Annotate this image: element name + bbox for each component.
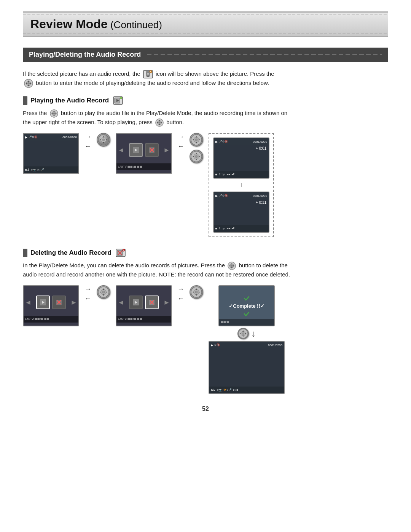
screen-bottom-bar-final: ▦🏞 ⊙📷 🔆:🎤 ▶:▦: [209, 387, 284, 393]
delete-flow: ▦▦:▦ ✓Complete !!✓: [209, 285, 285, 394]
svg-point-15: [28, 83, 30, 85]
arrow-del-1: → ←: [84, 285, 91, 303]
svg-point-73: [231, 265, 233, 267]
dashed-connector: [241, 183, 242, 187]
arrow-del-2: → ←: [177, 285, 184, 303]
nav-button-2a[interactable]: [190, 133, 203, 147]
svg-point-104: [242, 333, 244, 335]
nav-button-del-1[interactable]: [97, 285, 110, 299]
subsection-bar: [23, 96, 27, 105]
screen-top-bar-p2: ▶ 🎤⊙🔇 0001/0200: [214, 192, 269, 199]
nav-button-icon-delete: [228, 262, 236, 270]
screen-top-bar-final: ▶ ⊙🔇 0001/0200: [209, 342, 284, 348]
page-title: Review Mode (Continued): [30, 17, 381, 31]
playing-body-text: Press the button to play the audio file …: [23, 109, 388, 127]
screen-content-1: [24, 141, 78, 166]
screen-top-bar-p1: ▶ 🎤⊙🔇 0001/0200: [214, 138, 269, 145]
svg-point-60: [195, 155, 198, 158]
screen-complete: ▦▦:▦ ✓Complete !!✓: [218, 285, 275, 326]
svg-point-41: [102, 139, 105, 141]
deleting-body-text: In the Play/Delete Mode, you can delete …: [23, 261, 388, 279]
playing-subsection-header: Playing the Audio Record: [23, 96, 388, 105]
down-arrow-section: ↓: [237, 328, 256, 339]
screen-delete-1: ◄: [23, 285, 79, 326]
page: Review Mode (Continued) Playing/Deleting…: [0, 0, 411, 532]
playing-diagram: ▶ 🎤⊙🔇 0001/0200 ▦🏞 ⊙📷 ▶:🎤 → ←: [23, 133, 388, 237]
delete-audio-icon: [116, 249, 126, 257]
section-header: Playing/Deleting the Audio Record: [23, 48, 388, 62]
screen-playing-2: ▶ 🎤⊙🔇 0001/0200 + 0:31 ■:Stop ◄◄:◄E: [213, 192, 269, 233]
nav-button-1[interactable]: [97, 133, 110, 147]
svg-point-2: [147, 73, 149, 75]
playing-screens-dashed: ▶ 🎤⊙🔇 0001/0200 + 0:01 ■:Stop ◄◄:◄E ▶ 🎤⊙…: [209, 133, 274, 237]
screen-top-bar-1: ▶ 🎤⊙🔇 0001/0200: [24, 134, 78, 141]
nav-button-2b[interactable]: [190, 150, 203, 163]
intro-paragraph: If the selected picture has an audio rec…: [23, 69, 388, 88]
arrow-1: → ←: [84, 133, 91, 150]
nav-buttons-group: [190, 133, 203, 163]
svg-point-97: [195, 291, 198, 293]
screen-menu-view: ◄: [116, 133, 172, 174]
audio-record-icon: [143, 70, 153, 78]
down-arrow: ↓: [251, 328, 256, 339]
svg-point-27: [53, 113, 55, 115]
page-number: 52: [23, 406, 388, 412]
screen-bottom-bar-p1: ■:Stop ◄◄:◄E: [214, 171, 269, 178]
nav-button-icon-play: [50, 109, 58, 118]
subsection-bar-2: [23, 249, 27, 257]
screen-normal-view: ▶ 🎤⊙🔇 0001/0200 ▦🏞 ⊙📷 ▶:🎤: [23, 133, 79, 174]
arrow-2: → ←: [177, 133, 184, 150]
screen-final: ▶ ⊙🔇 0001/0200 ▦🏞 ⊙📷 🔆:🎤 ▶:▦: [209, 341, 285, 394]
nav-button-icon-intro: [24, 79, 33, 88]
svg-point-85: [102, 291, 105, 293]
screen-delete-2: ◄: [116, 285, 172, 326]
deleting-subsection-header: Deleting the Audio Record: [23, 249, 388, 257]
nav-button-del-3[interactable]: [237, 328, 249, 339]
svg-point-34: [159, 122, 161, 124]
svg-point-53: [195, 139, 198, 141]
deleting-diagram: ◄: [23, 285, 388, 394]
screen-playing-1: ▶ 🎤⊙🔇 0001/0200 + 0:01 ■:Stop ◄◄:◄E: [213, 137, 269, 179]
screen-bottom-bar-1: ▦🏞 ⊙📷 ▶:🎤: [24, 166, 78, 173]
title-banner: Review Mode (Continued): [23, 11, 388, 37]
section-label: Playing/Deleting the Audio Record: [29, 51, 141, 59]
nav-button-icon-stop: [155, 118, 164, 127]
play-audio-icon: [113, 96, 123, 105]
nav-button-del-2[interactable]: [190, 285, 203, 299]
screen-bottom-bar-p2: ■:Stop ◄◄:◄E: [214, 225, 269, 232]
